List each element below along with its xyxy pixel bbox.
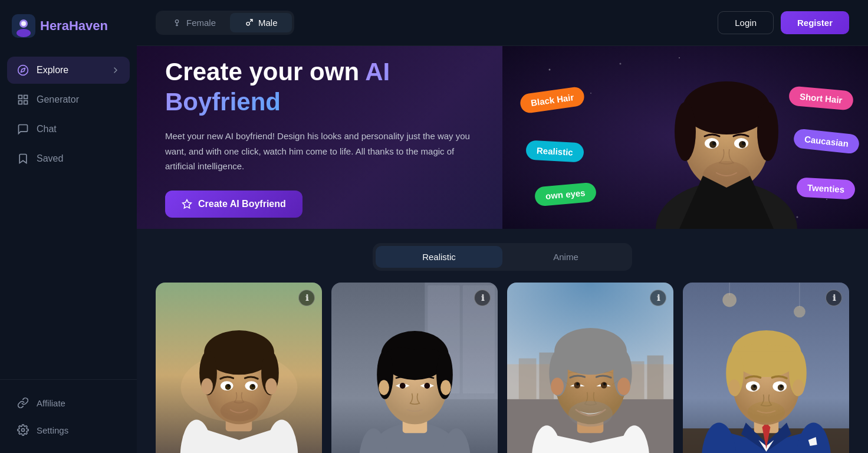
svg-point-107 [728, 379, 740, 396]
tab-realistic[interactable]: Realistic [376, 246, 502, 268]
svg-point-91 [576, 383, 579, 386]
card-4-info-button[interactable]: ℹ [826, 290, 842, 306]
gender-tab-female[interactable]: Female [158, 13, 230, 32]
tab-anime[interactable]: Anime [502, 246, 629, 268]
character-card-3[interactable]: ℹ [507, 283, 673, 453]
logo-text: HeraHaven [40, 18, 108, 34]
create-button-label: Create AI Boyfriend [198, 199, 286, 209]
svg-rect-76 [647, 356, 663, 399]
gender-tab-male[interactable]: Male [230, 13, 292, 32]
sidebar-bottom: Affiliate Settings [0, 379, 137, 453]
tag-twenties: Twenties [796, 177, 856, 199]
svg-point-108 [793, 379, 804, 396]
svg-point-25 [757, 102, 778, 161]
cards-grid: ℹ [137, 271, 868, 453]
compass-icon [17, 64, 29, 77]
svg-point-17 [679, 57, 680, 58]
svg-rect-9 [19, 101, 22, 104]
svg-point-11 [175, 19, 178, 22]
svg-point-87 [551, 378, 564, 395]
svg-point-92 [603, 383, 606, 386]
svg-point-14 [549, 69, 551, 71]
card-2-image [331, 283, 498, 453]
card-3-image [507, 283, 673, 453]
svg-point-52 [221, 401, 258, 422]
svg-point-88 [617, 378, 630, 395]
settings-label: Settings [37, 425, 68, 435]
svg-point-10 [22, 429, 25, 432]
logo-icon [12, 14, 35, 38]
grid-icon [17, 93, 29, 106]
sidebar-item-saved-label: Saved [37, 153, 63, 164]
svg-point-113 [753, 385, 756, 388]
hero-description: Meet your new AI boyfriend! Design his l… [165, 129, 472, 174]
svg-point-23 [683, 81, 770, 134]
login-button[interactable]: Login [718, 11, 774, 34]
sidebar-item-chat[interactable]: Chat [7, 116, 130, 143]
svg-point-2 [17, 29, 31, 37]
card-2-info-button[interactable]: ℹ [474, 290, 491, 306]
chat-icon [17, 123, 29, 136]
svg-point-24 [675, 102, 696, 161]
register-button[interactable]: Register [781, 11, 849, 34]
logo-area: HeraHaven [0, 14, 137, 57]
svg-point-19 [826, 199, 827, 200]
gear-icon [17, 424, 29, 436]
sidebar-item-saved[interactable]: Saved [7, 145, 130, 172]
auth-buttons: Login Register [718, 11, 849, 34]
svg-point-70 [424, 383, 430, 389]
svg-point-44 [201, 378, 213, 395]
chevron-right-icon [111, 65, 120, 75]
hero-title: Create your own AI Boyfriend [165, 57, 472, 117]
svg-point-69 [400, 383, 406, 389]
sidebar-item-generator-label: Generator [37, 94, 79, 105]
svg-point-12 [246, 22, 249, 25]
svg-point-16 [620, 63, 622, 65]
sidebar-item-explore-label: Explore [37, 65, 68, 76]
content-tabs-area: Realistic Anime [137, 229, 868, 271]
hero-image-area: Black Hair Short Hair Realistic Caucasia… [502, 46, 868, 229]
svg-rect-7 [24, 96, 28, 99]
tag-realistic: Realistic [525, 140, 584, 162]
link-icon [17, 396, 29, 409]
character-card-2[interactable]: ℹ [331, 283, 498, 453]
affiliate-label: Affiliate [37, 398, 65, 408]
sidebar-item-generator[interactable]: Generator [7, 86, 130, 113]
card-1-info-button[interactable]: ℹ [298, 290, 315, 306]
svg-point-30 [712, 142, 716, 145]
svg-point-45 [265, 378, 277, 395]
gender-tabs: Female Male [156, 11, 294, 35]
hero-banner: Create your own AI Boyfriend Meet your n… [137, 46, 868, 229]
logo: HeraHaven [12, 14, 125, 38]
svg-marker-5 [21, 68, 25, 72]
character-card-4[interactable]: ℹ [683, 283, 849, 453]
sidebar: HeraHaven Explore [0, 0, 137, 453]
svg-point-3 [21, 21, 26, 26]
character-card-1[interactable]: ℹ [156, 283, 322, 453]
sidebar-item-settings[interactable]: Settings [7, 416, 130, 444]
svg-point-68 [440, 380, 451, 395]
svg-point-93 [568, 401, 613, 427]
sidebar-item-affiliate[interactable]: Affiliate [7, 389, 130, 416]
svg-point-15 [590, 93, 591, 94]
svg-point-50 [227, 385, 230, 388]
main-content: Female Male Login Register Create your o… [137, 0, 868, 453]
bookmark-icon [17, 152, 29, 165]
content-tabs: Realistic Anime [373, 243, 632, 271]
svg-rect-73 [519, 359, 537, 399]
sidebar-item-chat-label: Chat [37, 124, 57, 134]
sidebar-item-explore[interactable]: Explore [7, 57, 130, 84]
svg-point-51 [252, 385, 255, 388]
topbar: Female Male Login Register [137, 0, 868, 46]
svg-rect-8 [24, 101, 28, 104]
card-4-image [683, 283, 849, 453]
card-1-image [156, 283, 322, 453]
svg-rect-6 [19, 96, 22, 99]
svg-point-4 [18, 65, 28, 76]
create-ai-boyfriend-button[interactable]: Create AI Boyfriend [165, 191, 303, 218]
nav-items: Explore Generator Chat [0, 57, 137, 379]
svg-point-31 [742, 142, 745, 145]
card-3-info-button[interactable]: ℹ [650, 290, 666, 306]
svg-point-114 [780, 385, 783, 388]
svg-point-97 [794, 306, 805, 317]
